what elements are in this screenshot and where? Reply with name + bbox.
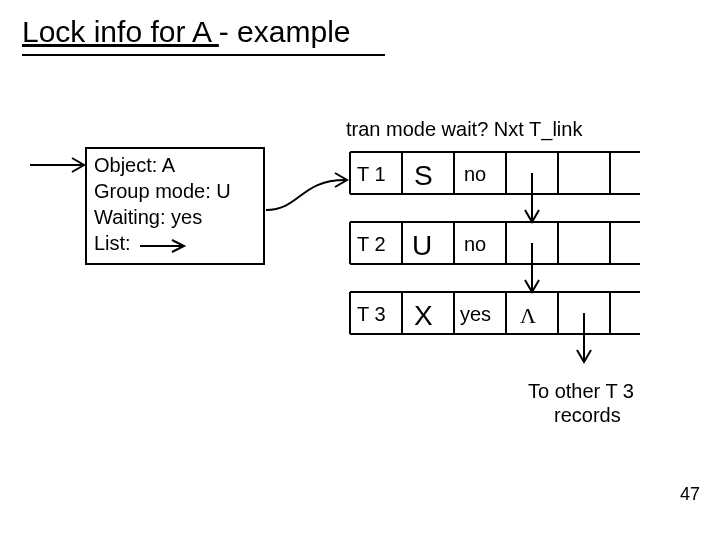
- svg-text:X: X: [414, 300, 433, 331]
- box-line-3: List:: [94, 232, 131, 254]
- box-line-1: Group mode: U: [94, 180, 231, 202]
- svg-text:yes: yes: [460, 303, 491, 325]
- box-line-0: Object: A: [94, 154, 176, 176]
- arrow-box-to-list: [266, 180, 345, 210]
- svg-text:S: S: [414, 160, 433, 191]
- svg-text:Λ: Λ: [520, 303, 536, 328]
- svg-text:no: no: [464, 163, 486, 185]
- svg-text:T 2: T 2: [357, 233, 386, 255]
- box-line-2: Waiting: yes: [94, 206, 202, 228]
- svg-text:no: no: [464, 233, 486, 255]
- svg-text:T 1: T 1: [357, 163, 386, 185]
- columns-header: tran mode wait? Nxt T_link: [346, 118, 583, 141]
- slide-title: Lock info for A - example: [22, 15, 351, 48]
- list-rows: T 1 S no T 2 U no: [350, 152, 640, 362]
- footer-line-1: To other T 3: [528, 380, 634, 402]
- svg-text:T 3: T 3: [357, 303, 386, 325]
- list-row-1: T 2 U no: [350, 222, 640, 292]
- list-row-2: T 3 X yes Λ: [350, 292, 640, 362]
- footer-line-2: records: [554, 404, 621, 426]
- list-row-0: T 1 S no: [350, 152, 640, 222]
- svg-text:U: U: [412, 230, 432, 261]
- page-number: 47: [680, 484, 700, 504]
